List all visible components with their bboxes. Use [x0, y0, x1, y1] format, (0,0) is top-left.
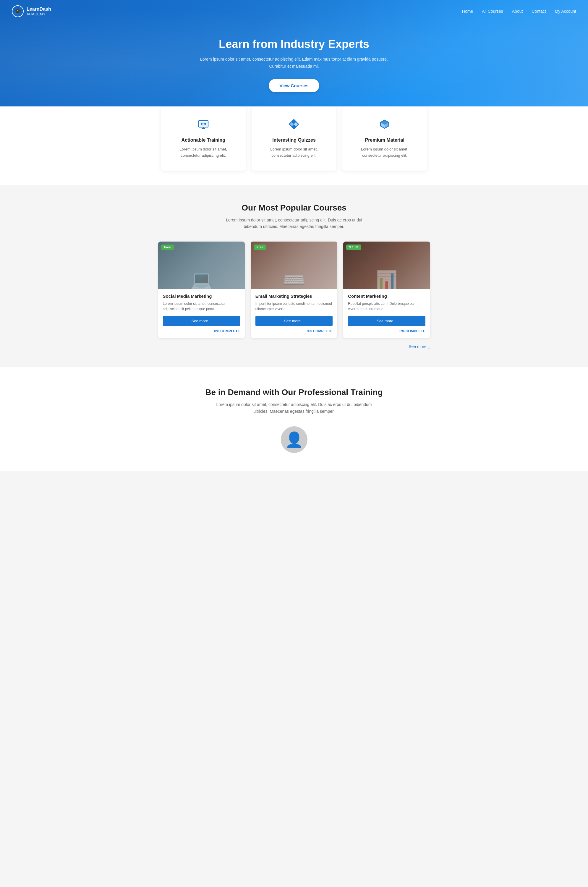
course-title-1: Social Media Marketing [163, 294, 240, 299]
progress-3: 0% COMPLETE [348, 329, 425, 333]
courses-title: Our Most Popular Courses [12, 203, 576, 213]
hero-content: Learn from Industry Experts Lorem ipsum … [194, 38, 394, 92]
feature-desc-training: Lorem ipsum dolor sit amet, consectetur … [170, 146, 237, 159]
course-body-1: Social Media Marketing Lorem ipsum dolor… [158, 289, 245, 338]
course-badge-1: Free [161, 245, 174, 250]
nav-home[interactable]: Home [462, 9, 473, 14]
progress-1: 0% COMPLETE [163, 329, 240, 333]
course-desc-1: Lorem ipsum dolor sit amet, consectetur … [163, 301, 240, 312]
training-title: Be in Demand with Our Professional Train… [12, 388, 576, 397]
training-icon [170, 118, 237, 133]
feature-card-quiz: Interesting Quizzes Lorem ipsum dolor si… [252, 107, 336, 171]
see-more-button-3[interactable]: See more... [348, 316, 425, 326]
nav-all-courses[interactable]: All Courses [482, 9, 503, 14]
nav-about[interactable]: About [512, 9, 523, 14]
feature-title-material: Premium Material [351, 138, 418, 143]
nav-links: Home All Courses About Contact My Accoun… [462, 9, 576, 14]
courses-section: Our Most Popular Courses Lorem ipsum dol… [0, 185, 588, 367]
course-body-2: Email Marketing Strategies In porttitor … [251, 289, 337, 338]
course-card-1: Free Social Media Marketing Lorem ipsum … [158, 242, 245, 338]
course-image-wrap-2: Free [251, 242, 337, 289]
feature-title-quiz: Interesting Quizzes [261, 138, 327, 143]
course-desc-2: In porttitor ipsum eu justo condimentum … [255, 301, 333, 312]
material-icon [351, 118, 418, 133]
nav-my-account[interactable]: My Account [555, 9, 576, 14]
navigation: 🎓 LearnDash ACADEMY Home All Courses Abo… [0, 0, 588, 23]
course-image-wrap-3: $ 1.00 [343, 242, 430, 289]
courses-grid: Free Social Media Marketing Lorem ipsum … [158, 242, 430, 338]
features-section: Actionable Training Lorem ipsum dolor si… [0, 107, 588, 185]
training-section: Be in Demand with Our Professional Train… [0, 367, 588, 471]
feature-desc-quiz: Lorem ipsum dolor sit amet, consectetur … [261, 146, 327, 159]
nav-contact[interactable]: Contact [531, 9, 546, 14]
feature-desc-material: Lorem ipsum dolor sit amet, consectetur … [351, 146, 418, 159]
course-image-wrap-1: Free [158, 242, 245, 289]
hero-title: Learn from Industry Experts [194, 38, 394, 51]
course-title-3: Content Marketing [348, 294, 425, 299]
course-desc-3: Repellat perspiciatis cum! Doloremque ea… [348, 301, 425, 312]
see-more-button-1[interactable]: See more... [163, 316, 240, 326]
hero-description: Lorem ipsum dolor sit amet, consectetur … [194, 56, 394, 70]
see-more-link[interactable]: See more _ [408, 344, 430, 349]
progress-2: 0% COMPLETE [255, 329, 333, 333]
logo-icon: 🎓 [12, 5, 24, 17]
feature-title-training: Actionable Training [170, 138, 237, 143]
course-card-3: $ 1.00 Content Marketing Repellat perspi… [343, 242, 430, 338]
training-description: Lorem ipsum dolor sit amet, consectetur … [212, 401, 377, 414]
course-badge-3: $ 1.00 [346, 245, 361, 250]
quiz-icon [261, 118, 327, 133]
logo-text: LearnDash ACADEMY [27, 6, 51, 17]
course-title-2: Email Marketing Strategies [255, 294, 333, 299]
feature-card-training: Actionable Training Lorem ipsum dolor si… [161, 107, 246, 171]
see-more-button-2[interactable]: See more... [255, 316, 333, 326]
course-card-2: Free Email Marketing Strategies In portt… [251, 242, 337, 338]
avatar-icon: 👤 [285, 431, 303, 448]
logo[interactable]: 🎓 LearnDash ACADEMY [12, 5, 51, 17]
avatar: 👤 [281, 426, 308, 453]
view-courses-button[interactable]: View Courses [269, 79, 319, 92]
feature-card-material: Premium Material Lorem ipsum dolor sit a… [342, 107, 427, 171]
course-body-3: Content Marketing Repellat perspiciatis … [343, 289, 430, 338]
features-grid: Actionable Training Lorem ipsum dolor si… [161, 107, 427, 171]
course-badge-2: Free [254, 245, 266, 250]
courses-description: Lorem ipsum dolor sit amet, consectetur … [220, 217, 368, 230]
